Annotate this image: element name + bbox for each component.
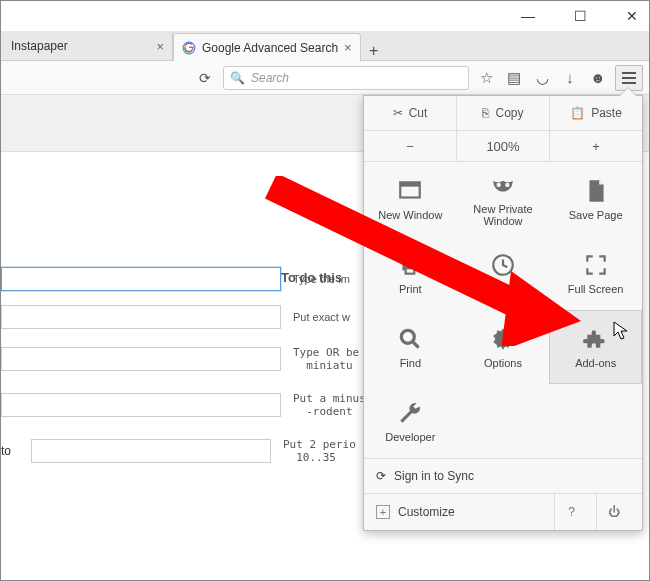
svg-rect-10 [406, 268, 415, 273]
puzzle-icon [583, 325, 609, 353]
label: Find [400, 357, 421, 369]
label: Save Page [569, 209, 623, 221]
new-private-window-button[interactable]: New Private Window [457, 162, 550, 236]
paste-label: Paste [591, 106, 622, 120]
pocket-icon[interactable]: ◡ [531, 69, 553, 87]
zoom-out-button[interactable]: − [364, 131, 457, 161]
field-none-words[interactable] [1, 393, 281, 417]
hamburger-menu-panel: ✂Cut ⎘Copy 📋Paste − 100% + New Window Ne… [363, 95, 643, 531]
power-button[interactable]: ⏻ [596, 494, 630, 530]
label: History [486, 283, 520, 295]
copy-icon: ⎘ [482, 106, 489, 120]
reader-icon[interactable]: ▤ [503, 69, 525, 87]
field-all-words[interactable] [1, 267, 281, 291]
tab-label: Instapaper [11, 39, 68, 53]
gear-icon [490, 325, 516, 353]
tab-close-icon[interactable]: × [344, 40, 352, 55]
save-page-button[interactable]: Save Page [549, 162, 642, 236]
menu-grid: New Window New Private Window Save Page … [364, 162, 642, 458]
search-input[interactable]: 🔍 Search [223, 66, 469, 90]
printer-icon [397, 251, 423, 279]
bookmark-star-icon[interactable]: ☆ [475, 69, 497, 87]
google-favicon [182, 41, 196, 55]
new-window-button[interactable]: New Window [364, 162, 457, 236]
mask-icon [490, 171, 516, 199]
tab-close-icon[interactable]: × [156, 39, 164, 54]
signin-label: Sign in to Sync [394, 469, 474, 483]
wrench-icon [397, 399, 423, 427]
label: Options [484, 357, 522, 369]
label: Full Screen [568, 283, 624, 295]
paste-button[interactable]: 📋Paste [550, 96, 642, 130]
cut-label: Cut [409, 106, 428, 120]
hint-text: Put a minus -rodent [281, 392, 366, 418]
svg-rect-2 [622, 77, 636, 79]
find-button[interactable]: Find [364, 310, 457, 384]
downloads-icon[interactable]: ↓ [559, 69, 581, 86]
field-any-words[interactable] [1, 347, 281, 371]
help-button[interactable]: ? [554, 494, 588, 530]
fullscreen-icon [583, 251, 609, 279]
tab-google-advanced-search[interactable]: Google Advanced Search × [173, 33, 361, 61]
label: Developer [385, 431, 435, 443]
copy-button[interactable]: ⎘Copy [457, 96, 550, 130]
zoom-row: − 100% + [364, 131, 642, 162]
hint-text: Put 2 perio 10..35 [271, 438, 356, 464]
zoom-level: 100% [457, 131, 550, 161]
scissors-icon: ✂ [393, 106, 403, 120]
smiley-icon[interactable]: ☻ [587, 69, 609, 86]
close-button[interactable]: ✕ [619, 8, 645, 24]
magnifier-icon [397, 325, 423, 353]
label: Add-ons [575, 357, 616, 369]
svg-rect-1 [622, 72, 636, 74]
tab-label: Google Advanced Search [202, 41, 338, 55]
browser-toolbar: ⟳ 🔍 Search ☆ ▤ ◡ ↓ ☻ [1, 61, 649, 95]
sign-in-to-sync[interactable]: ⟳ Sign in to Sync [364, 458, 642, 494]
minimize-button[interactable]: — [515, 8, 541, 24]
search-icon: 🔍 [230, 71, 245, 85]
search-placeholder: Search [251, 71, 289, 85]
print-button[interactable]: Print [364, 236, 457, 310]
cut-button[interactable]: ✂Cut [364, 96, 457, 130]
mouse-cursor-icon [613, 321, 629, 344]
hint-text: Type OR be miniatu [281, 346, 359, 372]
heading-to-do-this: To do this [281, 270, 342, 285]
full-screen-button[interactable]: Full Screen [549, 236, 642, 310]
menu-footer: + Customize ? ⏻ [364, 494, 642, 530]
tab-instapaper[interactable]: Instapaper × [3, 32, 173, 60]
label: Print [399, 283, 422, 295]
page-icon [583, 177, 609, 205]
hamburger-icon [622, 72, 636, 84]
hint-text: Put exact w [281, 311, 350, 323]
svg-rect-3 [622, 82, 636, 84]
label: New Private Window [461, 203, 546, 227]
label: New Window [378, 209, 442, 221]
svg-point-6 [496, 183, 500, 187]
customize-button[interactable]: Customize [398, 505, 455, 519]
svg-point-7 [505, 183, 509, 187]
field-exact-phrase[interactable] [1, 305, 281, 329]
menu-button[interactable] [615, 65, 643, 91]
svg-point-12 [402, 330, 415, 343]
plus-icon: + [376, 505, 390, 519]
developer-button[interactable]: Developer [364, 384, 457, 458]
svg-rect-5 [401, 182, 421, 186]
reload-button[interactable]: ⟳ [193, 70, 217, 86]
tab-strip: Instapaper × Google Advanced Search × + [1, 31, 649, 61]
clipboard-row: ✂Cut ⎘Copy 📋Paste [364, 96, 642, 131]
field-range-to[interactable] [31, 439, 271, 463]
history-button[interactable]: History [457, 236, 550, 310]
new-tab-button[interactable]: + [361, 42, 387, 60]
zoom-in-button[interactable]: + [550, 131, 642, 161]
options-button[interactable]: Options [457, 310, 550, 384]
to-label: to [1, 444, 31, 458]
window-icon [397, 177, 423, 205]
window-titlebar: — ☐ ✕ [1, 1, 649, 31]
clipboard-icon: 📋 [570, 106, 585, 120]
sync-icon: ⟳ [376, 469, 386, 483]
copy-label: Copy [495, 106, 523, 120]
svg-rect-9 [406, 256, 415, 261]
maximize-button[interactable]: ☐ [567, 8, 593, 24]
clock-icon [490, 251, 516, 279]
